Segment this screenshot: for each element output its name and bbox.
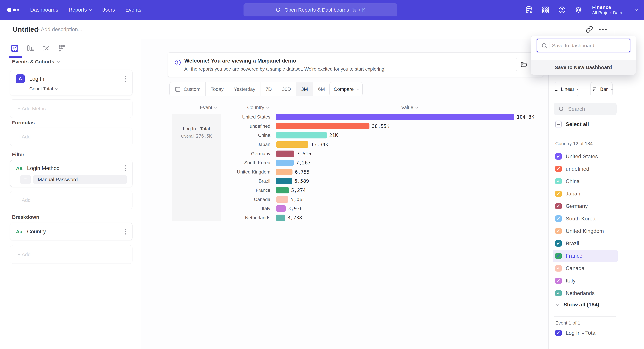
add-metric-button[interactable]: + Add Metric (10, 99, 132, 118)
add-breakdown-button[interactable]: + Add (10, 245, 132, 264)
copy-link-icon[interactable] (586, 26, 593, 33)
country-checkbox[interactable]: ✓ (555, 240, 562, 247)
date-range-yesterday[interactable]: Yesterday (229, 82, 260, 96)
bar[interactable] (276, 169, 292, 175)
date-range-custom[interactable]: Custom (170, 82, 206, 96)
bar-category-label: Italy (193, 206, 270, 211)
filter-property-name[interactable]: Login Method (27, 165, 60, 171)
compare-button[interactable]: Compare (330, 82, 362, 96)
date-range-7d[interactable]: 7D (260, 82, 277, 96)
project-switcher[interactable]: Finance All Project Data (592, 4, 622, 15)
add-description-field[interactable]: + Add description... (36, 26, 82, 32)
chevron-down-icon[interactable] (635, 8, 638, 11)
breakdown-property-name[interactable]: Country (27, 229, 46, 235)
legend-search-input[interactable]: Search (554, 103, 617, 115)
bar[interactable] (276, 178, 292, 184)
events-cohorts-header[interactable]: Events & Cohorts (12, 59, 59, 64)
nav-item-users[interactable]: Users (102, 7, 115, 13)
bar[interactable] (276, 160, 294, 166)
filter-value[interactable]: Manual Password (33, 175, 126, 184)
data-management-icon[interactable] (525, 6, 533, 14)
bar[interactable] (276, 151, 294, 157)
country-row-france[interactable]: ✓France (553, 250, 618, 262)
event-legend-row[interactable]: ✓ Log In - Total (555, 330, 596, 336)
top-nav: Dashboards Reports Users Events Open Rep… (0, 0, 644, 20)
country-row-united-kingdom[interactable]: ✓United Kingdom (553, 225, 618, 237)
filter-card-login-method[interactable]: Aa Login Method = Manual Password (10, 160, 132, 187)
breakdown-header: Breakdown (12, 214, 39, 220)
apps-grid-icon[interactable] (542, 6, 550, 14)
nav-item-dashboards[interactable]: Dashboards (30, 7, 58, 13)
bar[interactable] (276, 215, 285, 221)
nav-item-events[interactable]: Events (126, 7, 142, 13)
bar[interactable] (276, 114, 514, 120)
filter-operator[interactable]: = (20, 175, 31, 184)
filter-kebab-menu[interactable] (124, 164, 127, 172)
event-checkbox[interactable]: ✓ (555, 330, 562, 336)
country-row-canada[interactable]: ✓Canada (553, 262, 618, 275)
country-checkbox[interactable]: ✓ (555, 253, 562, 259)
save-dashboard-search-input[interactable]: Save to dashboard... (537, 39, 630, 52)
country-row-italy[interactable]: ✓Italy (553, 275, 618, 287)
metric-event-name[interactable]: Log In (29, 76, 44, 82)
date-range-3m[interactable]: 3M (296, 82, 313, 96)
add-filter-button[interactable]: + Add (10, 191, 132, 209)
country-row-china[interactable]: ✓China (553, 175, 618, 187)
scale-selector-button[interactable]: Linear (554, 82, 578, 96)
chart-type-button[interactable]: Bar (590, 82, 613, 96)
metric-card-log-in[interactable]: A Log In Count Total (10, 70, 132, 95)
select-all-row[interactable]: Select all (555, 121, 589, 127)
metric-aggregation[interactable]: Count Total (29, 86, 53, 91)
mixpanel-logo[interactable] (7, 8, 26, 12)
country-row-brazil[interactable]: ✓Brazil (553, 237, 618, 250)
tab-flows[interactable] (42, 44, 50, 53)
country-row-netherlands[interactable]: ✓Netherlands (553, 287, 618, 299)
country-checkbox[interactable]: ✓ (555, 191, 562, 197)
report-title[interactable]: Untitled (13, 25, 38, 33)
save-to-new-dashboard-button[interactable]: Save to New Dashboard (531, 60, 636, 75)
country-checkbox[interactable]: ✓ (555, 265, 562, 272)
bar-chart-icon (591, 86, 598, 92)
country-checkbox[interactable]: ✓ (555, 153, 562, 160)
global-search[interactable]: Open Reports & Dashboards ⌘ + K (244, 3, 397, 16)
country-row-japan[interactable]: ✓Japan (553, 188, 618, 200)
country-row-united-states[interactable]: ✓United States (553, 150, 618, 163)
country-row-south-korea[interactable]: ✓South Korea (553, 212, 618, 225)
tab-insights[interactable] (10, 44, 19, 53)
bar[interactable] (276, 132, 327, 138)
breakdown-card-country[interactable]: Aa Country (10, 223, 132, 240)
date-range-30d[interactable]: 30D (277, 82, 296, 96)
breakdown-kebab-menu[interactable] (124, 228, 127, 236)
country-row-germany[interactable]: ✓Germany (553, 200, 618, 212)
show-all-toggle[interactable]: Show all (184) (556, 302, 599, 308)
add-formula-button[interactable]: + Add (10, 128, 132, 146)
country-checkbox[interactable]: ✓ (555, 166, 562, 172)
metric-kebab-menu[interactable] (124, 75, 127, 83)
bar[interactable] (276, 205, 286, 212)
bar[interactable] (276, 196, 288, 203)
bar[interactable] (276, 187, 289, 193)
column-header-event[interactable]: Event (200, 105, 216, 110)
column-header-country[interactable]: Country (247, 105, 268, 110)
date-range-6m[interactable]: 6M (313, 82, 330, 96)
country-checkbox[interactable]: ✓ (555, 228, 562, 234)
country-checkbox[interactable]: ✓ (555, 278, 562, 284)
country-checkbox[interactable]: ✓ (555, 290, 562, 296)
select-all-checkbox[interactable] (555, 121, 562, 127)
tab-funnels[interactable] (26, 44, 34, 53)
bar[interactable] (276, 141, 308, 148)
column-header-value[interactable]: Value (401, 105, 417, 110)
country-checkbox[interactable]: ✓ (555, 215, 562, 222)
nav-item-reports[interactable]: Reports (68, 7, 91, 13)
bar[interactable] (276, 123, 370, 129)
bar-row: undefined38.55K (193, 122, 544, 131)
help-icon[interactable] (558, 6, 566, 14)
tab-retention[interactable] (58, 44, 66, 53)
date-range-today[interactable]: Today (206, 82, 229, 96)
country-row-undefined[interactable]: ✓undefined (553, 163, 618, 175)
settings-gear-icon[interactable] (574, 6, 582, 14)
bar-value-label: 21K (329, 132, 338, 138)
country-checkbox[interactable]: ✓ (555, 178, 562, 184)
more-options-button[interactable] (599, 29, 606, 30)
country-checkbox[interactable]: ✓ (555, 203, 562, 209)
